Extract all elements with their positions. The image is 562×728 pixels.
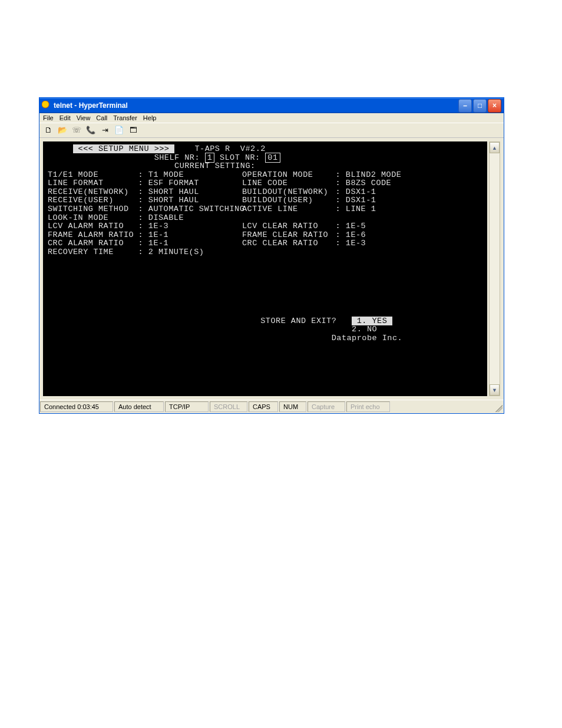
menu-transfer[interactable]: Transfer — [113, 114, 137, 121]
scroll-up-icon[interactable]: ▲ — [490, 142, 500, 153]
terminal[interactable]: <<< SETUP MENU >>> T-APS R V#2.2 SHELF N… — [43, 141, 487, 396]
setting-value: DSX1-1 — [346, 196, 376, 205]
shelf-nr: 1 — [205, 153, 215, 163]
company-name: Dataprobe Inc. — [332, 334, 402, 342]
status-autodetect: Auto detect — [114, 401, 164, 412]
setting-label: LOOK-IN MODE — [48, 214, 133, 223]
resize-grip-icon[interactable] — [493, 400, 504, 413]
setting-label: LCV ALARM RATIO — [48, 222, 133, 231]
setting-value: AUTOMATIC SWITCHING — [148, 205, 244, 213]
setting-label: BUILDOUT(USER) — [242, 196, 330, 205]
setting-label: ACTIVE LINE — [242, 205, 330, 214]
status-caps: CAPS — [249, 401, 278, 412]
app-icon — [42, 101, 51, 110]
shelf-label: SHELF NR: — [154, 153, 200, 162]
setting-value: BLIND2 MODE — [346, 170, 402, 179]
status-protocol: TCP/IP — [165, 401, 209, 412]
menu-edit[interactable]: Edit — [59, 114, 71, 121]
setting-value: T1 MODE — [148, 170, 184, 179]
toolbar: 🗋 📂 ☏ 📞 ⇥ 📄 🗔 — [39, 123, 504, 138]
status-num: NUM — [279, 401, 306, 412]
setting-label: SWITCHING METHOD — [48, 205, 133, 214]
client-area: <<< SETUP MENU >>> T-APS R V#2.2 SHELF N… — [39, 138, 504, 400]
connect-icon[interactable]: ☏ — [71, 124, 82, 135]
setting-value: 1E-5 — [346, 222, 366, 230]
setting-label: LINE CODE — [242, 179, 330, 188]
close-button[interactable]: × — [488, 99, 501, 113]
menu-help[interactable]: Help — [143, 114, 157, 121]
scroll-down-icon[interactable]: ▼ — [490, 384, 500, 396]
slot-label: SLOT NR: — [220, 153, 260, 162]
setting-value: 2 MINUTE(S) — [148, 248, 204, 256]
setting-label: LINE FORMAT — [48, 179, 133, 188]
product-version: T-APS R V#2.2 — [194, 144, 265, 153]
current-setting-label: CURRENT SETTING: — [174, 162, 256, 170]
setting-label: CRC ALARM RATIO — [48, 239, 133, 248]
setting-label: LCV CLEAR RATIO — [242, 222, 330, 231]
setting-label: RECOVERY TIME — [48, 248, 133, 257]
setting-label: BUILDOUT(NETWORK) — [242, 188, 330, 197]
setting-value: SHORT HAUL — [148, 196, 199, 205]
setting-value: LINE 1 — [346, 205, 376, 213]
setting-label: RECEIVE(NETWORK) — [48, 188, 133, 197]
setting-label: OPERATION MODE — [242, 171, 330, 180]
vertical-scrollbar[interactable]: ▲ ▼ — [489, 141, 500, 396]
setting-value: DSX1-1 — [346, 187, 376, 196]
setting-value: SHORT HAUL — [148, 187, 199, 196]
send-icon[interactable]: ⇥ — [100, 124, 110, 135]
store-exit-prompt: STORE AND EXIT? — [260, 317, 336, 325]
maximize-button[interactable]: □ — [473, 99, 487, 113]
setting-label: RECEIVE(USER) — [48, 196, 133, 205]
prompt-option-yes[interactable]: 1. YES — [352, 317, 392, 325]
prompt-option-no[interactable]: 2. NO — [352, 325, 377, 334]
statusbar: Connected 0:03:45 Auto detect TCP/IP SCR… — [39, 400, 504, 413]
status-connected: Connected 0:03:45 — [40, 401, 113, 412]
menu-view[interactable]: View — [77, 114, 91, 121]
setting-label: CRC CLEAR RATIO — [242, 239, 330, 248]
status-capture: Capture — [308, 401, 345, 412]
properties-icon[interactable]: 🗔 — [128, 124, 138, 135]
app-window: telnet - HyperTerminal – □ × File Edit V… — [39, 97, 504, 414]
receive-icon[interactable]: 📄 — [114, 124, 124, 135]
setting-value: 1E-3 — [148, 222, 168, 230]
setting-value: 1E-1 — [148, 230, 168, 239]
setting-value: 1E-6 — [346, 230, 366, 239]
setting-value: DISABLE — [148, 213, 184, 222]
setting-value: ESF FORMAT — [148, 179, 199, 187]
menu-file[interactable]: File — [43, 114, 54, 121]
new-file-icon[interactable]: 🗋 — [43, 124, 54, 135]
setting-value: 1E-3 — [346, 239, 366, 248]
titlebar[interactable]: telnet - HyperTerminal – □ × — [39, 98, 504, 113]
setting-value: B8ZS CODE — [346, 179, 391, 187]
minimize-button[interactable]: – — [458, 99, 472, 113]
menubar: File Edit View Call Transfer Help — [39, 113, 504, 123]
menu-call[interactable]: Call — [96, 114, 107, 121]
setup-menu-label: <<< SETUP MENU >>> — [73, 144, 174, 153]
setting-label: FRAME ALARM RATIO — [48, 231, 133, 240]
window-title: telnet - HyperTerminal — [54, 101, 458, 110]
setting-label: T1/E1 MODE — [48, 171, 133, 180]
slot-nr: 01 — [265, 153, 280, 163]
setting-value: 1E-1 — [148, 239, 168, 248]
setting-label: FRAME CLEAR RATIO — [242, 231, 330, 240]
disconnect-icon[interactable]: 📞 — [85, 124, 96, 135]
status-printecho: Print echo — [346, 401, 390, 412]
status-scroll: SCROLL — [210, 401, 247, 412]
open-file-icon[interactable]: 📂 — [57, 124, 68, 135]
